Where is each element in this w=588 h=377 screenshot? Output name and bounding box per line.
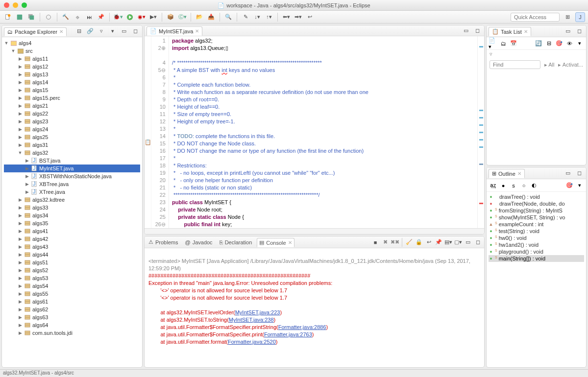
java-perspective-button[interactable]: J: [575, 12, 585, 22]
tree-item[interactable]: ▶algs44: [4, 251, 140, 259]
maximize-button[interactable]: ◻: [574, 26, 584, 36]
search-button[interactable]: 🔍: [223, 12, 233, 22]
build-button[interactable]: 🔨: [61, 12, 71, 22]
schedule-button[interactable]: 📅: [509, 39, 518, 48]
hide-fields-button[interactable]: ●: [499, 181, 508, 190]
tree-item[interactable]: ▶algs51: [4, 259, 140, 266]
quick-access-input[interactable]: [511, 13, 560, 22]
new-package-button[interactable]: 📦: [166, 12, 175, 22]
debug-button[interactable]: 🐞▾: [113, 12, 123, 22]
package-tree[interactable]: ▼algs4▼src▶algs11▶algs12▶algs13▶algs14▶a…: [2, 37, 142, 367]
drill-down-icon[interactable]: ▿: [487, 50, 586, 58]
minimize-button[interactable]: ▭: [119, 26, 129, 36]
tree-item[interactable]: ▶algs62: [4, 306, 140, 313]
toggle-button[interactable]: ⎆: [73, 12, 82, 22]
problems-tab[interactable]: ⚠Problems: [147, 238, 180, 246]
tree-item[interactable]: ▶algs14: [4, 78, 140, 86]
horizontal-scrollbar[interactable]: [145, 228, 484, 235]
tree-item[interactable]: ▶algs34: [4, 212, 140, 219]
tree-item[interactable]: ▶algs42: [4, 235, 140, 243]
tree-item[interactable]: ▶algs41: [4, 227, 140, 235]
close-icon[interactable]: ✕: [517, 171, 521, 176]
hide-local-button[interactable]: ◐: [530, 181, 539, 190]
tree-item[interactable]: ▶algs24: [4, 125, 140, 133]
collapse-button[interactable]: ⊟: [544, 39, 553, 48]
prev-annotation-button[interactable]: ↑▾: [264, 12, 274, 22]
tree-item[interactable]: ▶algs25: [4, 133, 140, 141]
outline-item[interactable]: ●drawTree() : void: [489, 193, 584, 200]
forward-button[interactable]: ➡▾: [293, 12, 303, 22]
focus-button[interactable]: 🎯: [555, 39, 564, 48]
hide-button[interactable]: 👁: [565, 39, 574, 48]
tree-item[interactable]: ▶algs53: [4, 274, 140, 282]
run-last-button[interactable]: ▶▾: [148, 12, 158, 22]
remove-all-button[interactable]: ✖✖: [391, 238, 399, 247]
tree-item[interactable]: ▶algs11: [4, 55, 140, 63]
tree-item[interactable]: ▼algs32: [4, 149, 140, 157]
menu-button[interactable]: ▾: [575, 181, 584, 190]
tree-item[interactable]: ▼src: [4, 47, 140, 55]
tree-item[interactable]: ▶algs63: [4, 313, 140, 321]
new-class-button[interactable]: Ⓒ▾: [177, 12, 187, 22]
open-task-button[interactable]: 📂: [195, 12, 204, 22]
task-list-tab[interactable]: 📋 Task List ✕: [489, 27, 531, 36]
minimize-button[interactable]: ▭: [461, 26, 471, 36]
console-output[interactable]: <terminated> MyIntSET [Java Application]…: [145, 248, 484, 367]
close-icon[interactable]: ✕: [59, 29, 63, 34]
outline-item[interactable]: ●Splayground() : void: [489, 248, 584, 255]
save-button[interactable]: [15, 12, 24, 22]
outline-item[interactable]: ●Stest(String) : void: [489, 228, 584, 235]
outline-item[interactable]: ▲SexampleCount : int: [489, 221, 584, 228]
declaration-tab[interactable]: ⎘Declaration: [218, 238, 254, 246]
tree-item[interactable]: ▶algs23: [4, 118, 140, 125]
tree-item[interactable]: ▶algs31: [4, 141, 140, 149]
tree-item[interactable]: ▶algs21: [4, 102, 140, 110]
tree-item[interactable]: ▶com.sun.tools.jdi: [4, 329, 140, 337]
tree-item[interactable]: ▶algs54: [4, 282, 140, 290]
tree-item[interactable]: ▶algs32.kdtree: [4, 196, 140, 204]
terminate-button[interactable]: ■: [371, 238, 380, 247]
tree-item[interactable]: ▶algs55: [4, 290, 140, 298]
tree-item[interactable]: ▶JXBTree.java: [4, 180, 140, 188]
package-explorer-tab[interactable]: 🗂 Package Explorer ✕: [4, 27, 67, 36]
tree-item[interactable]: ▶algs61: [4, 298, 140, 306]
wrap-button[interactable]: ↩: [424, 238, 433, 247]
overview-ruler[interactable]: [477, 36, 484, 228]
save-all-button[interactable]: [26, 12, 36, 22]
maximize-button[interactable]: ◻: [473, 238, 482, 247]
open-console-button[interactable]: ▢▾: [454, 238, 463, 247]
new-button[interactable]: [3, 12, 13, 22]
collapse-all-button[interactable]: ⊟: [74, 26, 84, 36]
view-menu-button[interactable]: ▾: [108, 26, 118, 36]
tree-item[interactable]: ▶algs33: [4, 204, 140, 212]
all-link[interactable]: ▸ All: [544, 62, 555, 68]
outline-item[interactable]: ●drawTree(Node, double, do: [489, 200, 584, 207]
link-editor-button[interactable]: 🔗: [85, 26, 95, 36]
import-button[interactable]: 📥: [206, 12, 216, 22]
run-button[interactable]: [125, 12, 135, 22]
hide-nonpublic-button[interactable]: ○: [519, 181, 528, 190]
javadoc-tab[interactable]: @Javadoc: [183, 238, 214, 246]
pin-button[interactable]: 📌: [96, 12, 106, 22]
task-find-input[interactable]: [490, 60, 540, 69]
remove-launch-button[interactable]: ✖: [381, 238, 390, 247]
clear-console-button[interactable]: 🧹: [405, 238, 414, 247]
tree-item[interactable]: ▶algs15.perc: [4, 94, 140, 102]
tree-item[interactable]: ▶algs35: [4, 219, 140, 227]
stack-link[interactable]: Formatter.java:2520: [228, 339, 276, 345]
back-button[interactable]: ⬅▾: [281, 12, 291, 22]
open-perspective-button[interactable]: ⊞: [563, 12, 572, 22]
scroll-lock-button[interactable]: 🔒: [415, 238, 423, 247]
tree-item[interactable]: ▶algs12: [4, 63, 140, 71]
tree-item[interactable]: ▶JMyIntSET.java: [4, 165, 140, 172]
pin-console-button[interactable]: 📌: [434, 238, 443, 247]
maximize-button[interactable]: ◻: [472, 26, 482, 36]
outline-item[interactable]: ●Smain(String[]) : void: [489, 255, 584, 262]
tree-item[interactable]: ▶algs13: [4, 71, 140, 78]
editor-tab[interactable]: 📄 MyIntSET.java ✕: [147, 26, 202, 36]
close-icon[interactable]: ✕: [195, 28, 199, 34]
stack-link[interactable]: Formatter.java:2886: [278, 324, 326, 330]
tree-item[interactable]: ▶algs43: [4, 243, 140, 251]
close-icon[interactable]: ✕: [288, 240, 292, 245]
code-editor[interactable]: 📋 1 2⊕ 4 5⊖ 6 7 8 9 10 11 12 13 14 15 16…: [145, 36, 484, 228]
